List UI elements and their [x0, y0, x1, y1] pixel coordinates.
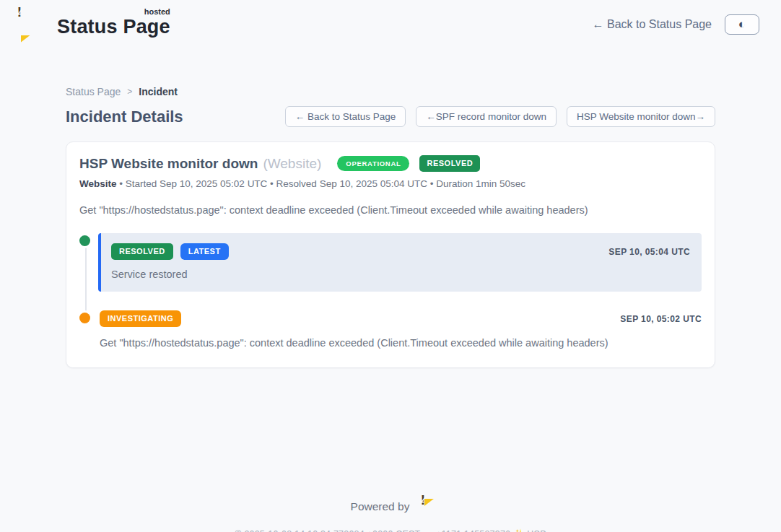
latest-badge: LATEST: [180, 243, 229, 260]
breadcrumb-incident: Incident: [139, 86, 178, 97]
brand-hosted-label: hosted: [144, 7, 170, 16]
brand-name: Status Page: [57, 16, 170, 38]
breadcrumb: Status Page > Incident: [66, 86, 715, 97]
timeline-message: Service restored: [111, 269, 690, 280]
investigating-badge: INVESTIGATING: [100, 310, 181, 327]
timeline-gutter: [79, 233, 98, 292]
incident-title: HSP Website monitor down: [79, 156, 258, 172]
timeline-entry-resolved: RESOLVED LATEST SEP 10, 05:04 UTC Servic…: [79, 233, 702, 292]
incident-meta: Website • Started Sep 10, 2025 05:02 UTC…: [79, 178, 702, 189]
header-actions: ← Back to Status Page ◐: [593, 14, 759, 35]
timeline-dot-resolved-icon: [79, 235, 90, 246]
incident-card: HSP Website monitor down (Website) OPERA…: [66, 141, 715, 368]
timeline-badges: INVESTIGATING: [100, 310, 181, 327]
incident-timeline: RESOLVED LATEST SEP 10, 05:04 UTC Servic…: [79, 233, 702, 349]
page-title: Incident Details: [66, 108, 183, 126]
incident-description: Get "https://hostedstatus.page": context…: [79, 204, 702, 216]
breadcrumb-separator: >: [127, 87, 132, 97]
theme-toggle-button[interactable]: ◐: [725, 14, 759, 35]
incident-meta-details: • Started Sep 10, 2025 05:02 UTC • Resol…: [117, 178, 526, 189]
timeline-dot-investigating-icon: [79, 313, 90, 323]
copyright-line: © 2025-10-08 14:10:34.772084 +0200 CEST …: [0, 528, 781, 532]
next-incident-button[interactable]: HSP Website monitor down→: [567, 106, 715, 127]
previous-incident-button[interactable]: ←SPF record monitor down: [416, 106, 557, 127]
timeline-entry-header: INVESTIGATING SEP 10, 05:02 UTC: [100, 310, 702, 327]
title-row: Incident Details ← Back to Status Page ←…: [66, 106, 715, 127]
timeline-entry-box: INVESTIGATING SEP 10, 05:02 UTC Get "htt…: [98, 310, 702, 349]
powered-by: Powered by ! ✓: [0, 500, 781, 513]
breadcrumb-status-page[interactable]: Status Page: [66, 86, 121, 97]
timeline-badges: RESOLVED LATEST: [111, 243, 229, 260]
resolved-state-badge: RESOLVED: [419, 155, 480, 172]
hsp-logo-icon[interactable]: ! ✓: [415, 500, 430, 514]
operational-status-badge: OPERATIONAL: [337, 156, 409, 172]
brand-text: hosted Status Page: [57, 10, 170, 38]
half-circle-icon: ◐: [738, 18, 746, 30]
incident-meta-component: Website: [79, 178, 117, 189]
timeline-entry-box: RESOLVED LATEST SEP 10, 05:04 UTC Servic…: [98, 233, 702, 292]
timeline-timestamp: SEP 10, 05:02 UTC: [620, 314, 702, 324]
main-content: Status Page > Incident Incident Details …: [66, 86, 715, 368]
timeline-entry-header: RESOLVED LATEST SEP 10, 05:04 UTC: [111, 243, 690, 260]
header: ! ✓ hosted Status Page ← Back to Status …: [0, 0, 781, 38]
timeline-timestamp: SEP 10, 05:04 UTC: [608, 247, 690, 257]
timeline-message: Get "https://hostedstatus.page": context…: [100, 337, 702, 349]
timeline-entry-investigating: INVESTIGATING SEP 10, 05:02 UTC Get "htt…: [79, 310, 702, 349]
back-to-status-page-link[interactable]: ← Back to Status Page: [593, 18, 712, 31]
timeline-gutter: [79, 310, 98, 349]
resolved-badge: RESOLVED: [111, 243, 173, 260]
brand-logo[interactable]: ! ✓ hosted Status Page: [19, 10, 170, 38]
powered-by-label: Powered by: [351, 500, 410, 513]
bubble-tail: [21, 35, 30, 43]
footer: Powered by ! ✓ © 2025-10-08 14:10:34.772…: [0, 500, 781, 532]
incident-nav-buttons: ← Back to Status Page ←SPF record monito…: [285, 106, 715, 127]
incident-title-row: HSP Website monitor down (Website) OPERA…: [79, 155, 702, 172]
brand-logo-icon: ! ✓: [19, 12, 48, 37]
back-to-status-page-button[interactable]: ← Back to Status Page: [285, 106, 406, 127]
incident-component: (Website): [263, 156, 321, 172]
